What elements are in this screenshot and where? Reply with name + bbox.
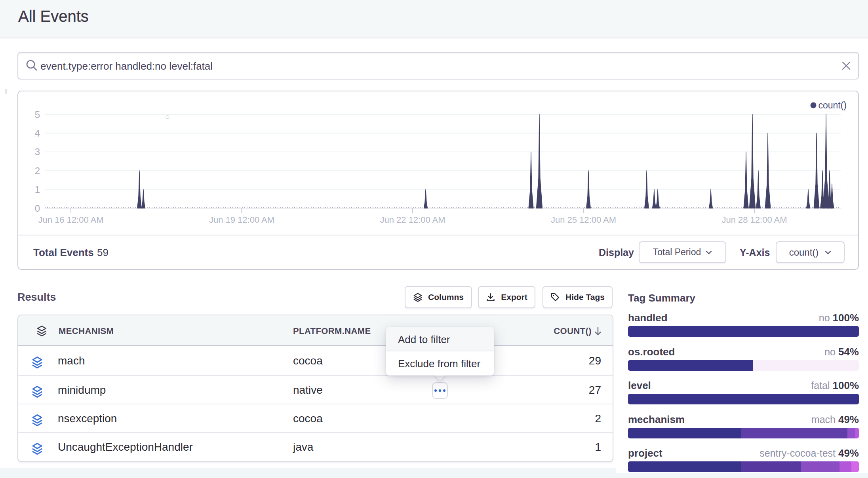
svg-text:0: 0 [35, 203, 40, 214]
svg-text:5: 5 [35, 109, 40, 120]
svg-text:Jun 28 12:00 AM: Jun 28 12:00 AM [721, 215, 787, 225]
svg-text:1: 1 [35, 184, 40, 195]
svg-text:Jun 25 12:00 AM: Jun 25 12:00 AM [551, 215, 616, 225]
svg-text:2: 2 [35, 165, 40, 176]
svg-text:Jun 22 12:00 AM: Jun 22 12:00 AM [380, 215, 445, 225]
svg-text:Jun 16 12:00 AM: Jun 16 12:00 AM [38, 215, 103, 225]
svg-text:4: 4 [35, 128, 40, 138]
svg-text:count(): count() [818, 100, 847, 110]
svg-text:Jun 19 12:00 AM: Jun 19 12:00 AM [209, 215, 274, 225]
svg-text:3: 3 [35, 146, 40, 157]
